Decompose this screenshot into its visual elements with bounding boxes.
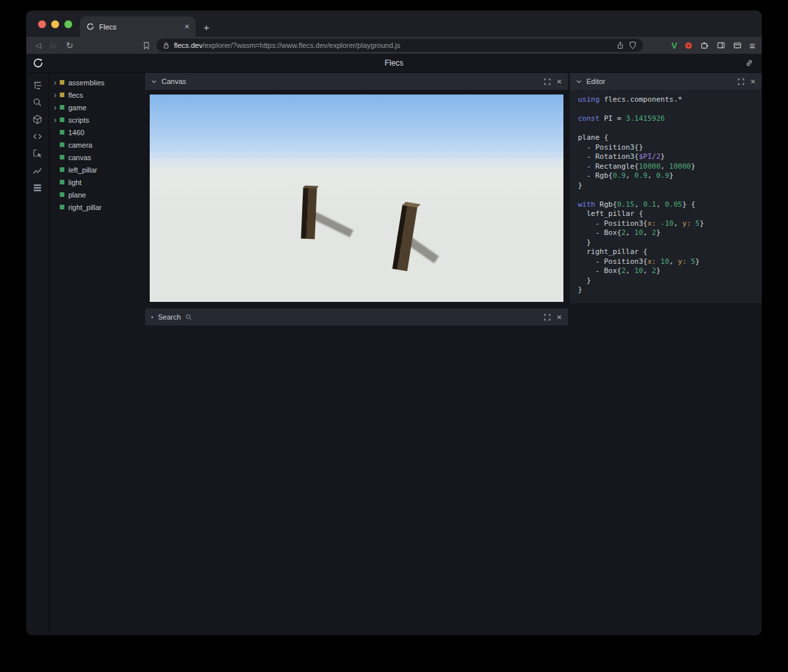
code-line: - Box{2, 10, 2}: [578, 228, 755, 238]
panel-bullet-icon[interactable]: •: [151, 314, 154, 321]
canvas-panel-title: Canvas: [162, 77, 186, 85]
code-line: - Position3{x: 10, y: 5}: [578, 257, 755, 267]
code-line: using flecs.components.*: [578, 95, 755, 105]
zoom-window-button[interactable]: [64, 20, 72, 28]
code-line: }: [578, 285, 755, 295]
close-panel-icon[interactable]: ✕: [557, 78, 562, 85]
app-header: Flecs: [26, 54, 762, 73]
hierarchy-icon[interactable]: [32, 79, 43, 91]
entity-label: flecs: [68, 91, 83, 99]
tree-item-canvas[interactable]: canvas: [49, 151, 145, 163]
sidebar-panel-icon[interactable]: [716, 41, 726, 50]
page-title: Flecs: [26, 58, 762, 68]
tree-item-flecs[interactable]: ›flecs: [49, 89, 145, 101]
chevron-down-icon[interactable]: [151, 79, 157, 84]
inspect-cursor-icon[interactable]: [32, 148, 43, 159]
left-pillar-box: [301, 188, 317, 240]
editor-panel-header: Editor ✕: [570, 73, 762, 90]
entity-kind-swatch: [60, 80, 64, 85]
rows-icon[interactable]: [32, 182, 43, 193]
tree-item-assemblies[interactable]: ›assemblies: [49, 76, 145, 89]
tree-item-left_pillar[interactable]: left_pillar: [49, 163, 145, 176]
tab-title: Flecs: [99, 23, 185, 31]
expand-arrow-icon[interactable]: ›: [54, 79, 60, 87]
tree-item-right_pillar[interactable]: right_pillar: [49, 201, 145, 213]
entities-cube-icon[interactable]: [32, 114, 43, 125]
editor-panel-title: Editor: [586, 77, 605, 85]
extension-red-dot-icon[interactable]: [684, 41, 693, 50]
expand-panel-icon[interactable]: [544, 78, 551, 85]
entity-kind-swatch: [60, 167, 64, 172]
entity-label: plane: [68, 191, 86, 199]
back-button[interactable]: ◁: [33, 41, 43, 50]
browser-tab-flecs[interactable]: Flecs ✕: [80, 16, 196, 37]
stats-chart-icon[interactable]: [32, 165, 43, 176]
scene-horizon-haze: [150, 152, 563, 172]
url-path: /explorer/?wasm=https://www.flecs.dev/ex…: [202, 41, 400, 49]
tree-item-light[interactable]: light: [49, 176, 145, 188]
entity-kind-swatch: [60, 155, 64, 159]
entity-label: scripts: [68, 116, 89, 124]
entity-kind-swatch: [60, 205, 64, 209]
browser-toolbar: ◁ ▷ ↻ flecs.dev/explorer/?wasm=https://w…: [26, 37, 762, 54]
code-line: [578, 105, 755, 115]
new-tab-button[interactable]: +: [204, 22, 209, 32]
entity-kind-swatch: [60, 105, 64, 110]
lock-icon[interactable]: [162, 41, 170, 50]
entity-label: camera: [68, 141, 93, 149]
code-editor[interactable]: using flecs.components.*const PI = 3.141…: [570, 90, 762, 303]
tree-item-plane[interactable]: plane: [49, 188, 145, 201]
tree-item-game[interactable]: ›game: [49, 101, 145, 114]
tree-item-scripts[interactable]: ›scripts: [49, 114, 145, 126]
share-link-icon[interactable]: [745, 58, 754, 68]
share-icon[interactable]: [616, 41, 624, 50]
search-panel-title: Search: [158, 313, 181, 321]
expand-arrow-icon[interactable]: ›: [54, 91, 60, 99]
extensions-puzzle-icon[interactable]: [700, 41, 709, 50]
close-panel-icon[interactable]: ✕: [751, 78, 756, 85]
tab-close-icon[interactable]: ✕: [185, 23, 190, 30]
tab-favicon-flecs-logo: [86, 22, 95, 31]
code-line: - Rectangle{10000, 10000}: [578, 162, 755, 172]
brave-shield-icon[interactable]: [628, 41, 637, 50]
tree-item-camera[interactable]: camera: [49, 138, 145, 151]
canvas-panel-body: [145, 90, 568, 306]
browser-menu-icon[interactable]: ≡: [749, 40, 755, 51]
app-body: ›assemblies›flecs›game›scripts1460camera…: [26, 73, 762, 635]
expand-arrow-icon[interactable]: ›: [54, 116, 60, 124]
code-line: plane {: [578, 133, 755, 143]
code-line: }: [578, 181, 755, 191]
entity-kind-swatch: [60, 180, 64, 184]
entity-kind-swatch: [60, 142, 64, 147]
entity-kind-swatch: [60, 93, 64, 97]
close-panel-icon[interactable]: ✕: [557, 314, 562, 321]
tree-item-1460[interactable]: 1460: [49, 126, 145, 138]
expand-panel-icon[interactable]: [737, 78, 745, 85]
close-window-button[interactable]: [38, 20, 46, 28]
entity-label: right_pillar: [68, 203, 102, 211]
window-controls: [38, 20, 72, 28]
3d-canvas[interactable]: [150, 94, 563, 302]
wallet-card-icon[interactable]: [733, 41, 742, 50]
expand-arrow-icon[interactable]: ›: [54, 104, 60, 112]
entity-label: 1460: [68, 129, 84, 136]
chevron-down-icon[interactable]: [576, 79, 582, 84]
code-line: [578, 124, 755, 134]
search-panel-header: • Search ✕: [145, 308, 568, 326]
code-line: - Position3{x: -10, y: 5}: [578, 219, 755, 229]
code-icon[interactable]: [32, 131, 43, 142]
expand-panel-icon[interactable]: [544, 314, 551, 321]
search-icon[interactable]: [32, 96, 43, 108]
code-line: - Rgb{0.9, 0.9, 0.9}: [578, 171, 755, 181]
entity-label: game: [68, 104, 87, 112]
entity-kind-swatch: [60, 192, 64, 197]
entity-kind-swatch: [60, 130, 64, 135]
address-bar[interactable]: flecs.dev/explorer/?wasm=https://www.fle…: [156, 39, 643, 52]
minimize-window-button[interactable]: [51, 20, 59, 28]
left-icon-strip: [26, 73, 49, 635]
reload-button[interactable]: ↻: [64, 41, 75, 51]
code-line: - Rotation3{$PI/2}: [578, 152, 755, 162]
bookmark-icon[interactable]: [142, 41, 151, 51]
extension-v-icon[interactable]: V: [672, 41, 678, 51]
forward-button[interactable]: ▷: [49, 41, 59, 50]
